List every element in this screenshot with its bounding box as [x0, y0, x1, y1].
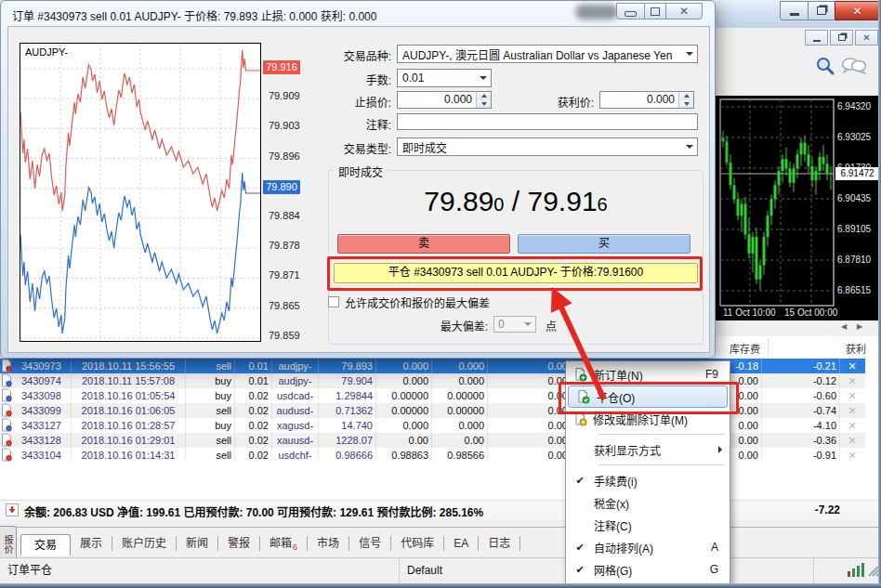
- menu-item[interactable]: ✔自动排列(A)A: [566, 536, 730, 558]
- connection-bars-icon: [848, 562, 868, 577]
- chat-icon[interactable]: [840, 56, 870, 78]
- time-axis-label: 15 Oct 00:00: [784, 307, 837, 318]
- cell-type: sell: [186, 359, 235, 373]
- menu-item[interactable]: ✔网格(G)G: [566, 558, 730, 581]
- cell-price: 79.904: [319, 373, 376, 388]
- cell-tp: 0.00: [432, 433, 488, 448]
- cell-profit: -4.10: [762, 418, 840, 433]
- tab-账户历史[interactable]: 账户历史: [112, 536, 177, 551]
- close-icon[interactable]: ✕: [665, 3, 703, 20]
- column-header-profit[interactable]: 获利: [781, 341, 866, 356]
- cell-id: 3433104: [19, 448, 72, 463]
- close-order-icon[interactable]: ✕: [840, 359, 864, 373]
- buy-button[interactable]: 买: [518, 234, 690, 254]
- cell-lots: 0.01: [235, 373, 272, 388]
- table-row[interactable]: 34331042018.10.16 01:14:31sell0.02usdchf…: [0, 448, 865, 463]
- orders-table: 34309732018.10.11 15:56:55sell0.01audjpy…: [0, 359, 881, 500]
- tab-交易[interactable]: 交易: [20, 534, 71, 555]
- table-row[interactable]: 34331272018.10.16 01:28:57buy0.02xagusd-…: [0, 418, 865, 433]
- close-position-button[interactable]: 平仓 #3430973 sell 0.01 AUDJPY- 于价格:79.916…: [334, 263, 698, 283]
- menu-item-label: 新订单(N): [594, 367, 687, 383]
- maximize-icon[interactable]: [645, 3, 665, 20]
- menu-item[interactable]: 修改或删除订单(M): [566, 408, 730, 430]
- comment-input[interactable]: [397, 113, 698, 130]
- menu-item[interactable]: 税金(x): [566, 491, 730, 514]
- minimize-icon[interactable]: [805, 30, 828, 46]
- tab-警报[interactable]: 警报: [218, 536, 260, 551]
- spin-up-icon[interactable]: [679, 92, 693, 100]
- table-row[interactable]: 34331282018.10.16 01:29:01sell0.02xauusd…: [0, 433, 865, 448]
- stoploss-stepper[interactable]: 0.000: [397, 91, 492, 109]
- table-row[interactable]: 34330992018.10.16 01:06:05sell0.02audusd…: [0, 403, 865, 418]
- menu-item[interactable]: 注释(C): [566, 514, 730, 536]
- resize-grip[interactable]: [866, 564, 879, 577]
- volume-select[interactable]: 0.01: [397, 69, 492, 87]
- aero-glass-reflection: [575, 5, 618, 20]
- close-order-icon[interactable]: ✕: [840, 373, 864, 388]
- cell-icon: [0, 418, 19, 433]
- cell-time: 2018.10.11 15:56:55: [72, 359, 186, 373]
- mini-chart-price-label: 6.87810: [837, 255, 871, 265]
- submenu-arrow-icon: [718, 446, 722, 453]
- spin-up-icon[interactable]: [477, 92, 491, 100]
- mail-count-badge: 6: [293, 542, 297, 552]
- close-order-icon[interactable]: ✕: [840, 418, 864, 433]
- order-sell-icon: [0, 403, 13, 417]
- menu-item[interactable]: 新订单(N)F9: [566, 363, 730, 385]
- order-type-select[interactable]: 即时成交: [397, 137, 698, 156]
- minimize-icon[interactable]: [616, 3, 645, 20]
- takeprofit-stepper[interactable]: 0.000: [599, 91, 694, 109]
- minimize-glyph: [625, 11, 637, 17]
- close-order-icon[interactable]: ✕: [840, 448, 864, 463]
- menu-item[interactable]: 平仓(O): [568, 385, 728, 408]
- menu-item-label: 获利显示方式: [594, 442, 718, 458]
- close-order-icon[interactable]: ✕: [840, 433, 864, 448]
- menu-item[interactable]: ✔手续费(i): [566, 469, 730, 491]
- deviation-checkbox[interactable]: [328, 296, 339, 307]
- max-deviation-select[interactable]: 0: [493, 316, 536, 333]
- table-row[interactable]: 34330982018.10.16 01:05:54buy0.02usdcad-…: [0, 388, 865, 403]
- minimize-icon[interactable]: [780, 1, 809, 20]
- max-deviation-label: 最大偏差:: [402, 318, 488, 333]
- cell-comm: 0.00: [488, 448, 572, 463]
- menu-item[interactable]: 获利显示方式: [566, 438, 730, 461]
- tab-代码库[interactable]: 代码库: [391, 536, 444, 551]
- tab-市场[interactable]: 市场: [308, 536, 349, 551]
- sell-button[interactable]: 卖: [337, 234, 510, 254]
- tab-邮箱[interactable]: 邮箱6: [260, 536, 308, 551]
- cell-type: sell: [186, 448, 235, 463]
- close-order-icon[interactable]: ✕: [840, 403, 864, 418]
- restore-icon[interactable]: [809, 1, 835, 20]
- tab-新闻[interactable]: 新闻: [177, 536, 218, 551]
- chevron-down-icon[interactable]: [682, 138, 697, 155]
- symbol-select[interactable]: AUDJPY-, 澳元日圆 Australian Dollar vs Japan…: [397, 45, 698, 63]
- tab-EA[interactable]: EA: [444, 536, 479, 551]
- modify-order-icon: [566, 412, 593, 426]
- spin-down-icon[interactable]: [477, 100, 491, 109]
- restore-icon[interactable]: [830, 30, 853, 46]
- scroll-left-icon[interactable]: ◀: [841, 322, 847, 331]
- scroll-right-icon[interactable]: ▶: [857, 322, 862, 331]
- cell-lots: 0.02: [235, 433, 272, 448]
- spinner-buttons: [476, 92, 491, 108]
- cell-id: 3430974: [19, 373, 72, 388]
- chevron-down-icon[interactable]: [476, 70, 491, 86]
- tab-展示[interactable]: 展示: [71, 536, 112, 551]
- cell-symbol: audusd-: [272, 403, 319, 418]
- search-icon[interactable]: [814, 56, 836, 78]
- terminal-tabs: 交易展示账户历史新闻警报邮箱6市场信号代码库EA日志: [20, 532, 520, 555]
- table-row[interactable]: 34309732018.10.11 15:56:55sell0.01audjpy…: [0, 359, 865, 373]
- close-icon[interactable]: ✕: [855, 30, 878, 46]
- tab-日志[interactable]: 日志: [479, 536, 520, 551]
- cell-sl: 0.000: [376, 418, 432, 433]
- spin-down-icon[interactable]: [679, 100, 693, 109]
- balance-icon: [6, 503, 19, 516]
- close-icon[interactable]: ✕: [835, 1, 880, 20]
- takeprofit-label: 获利价:: [510, 94, 594, 110]
- tab-信号[interactable]: 信号: [349, 536, 391, 551]
- cell-tp: 0.00000: [432, 403, 488, 418]
- close-order-icon[interactable]: ✕: [840, 388, 864, 403]
- table-row[interactable]: 34309742018.10.11 15:57:08buy0.01audjpy-…: [0, 373, 865, 388]
- cell-icon: [0, 388, 19, 403]
- chevron-down-icon[interactable]: [682, 46, 697, 62]
